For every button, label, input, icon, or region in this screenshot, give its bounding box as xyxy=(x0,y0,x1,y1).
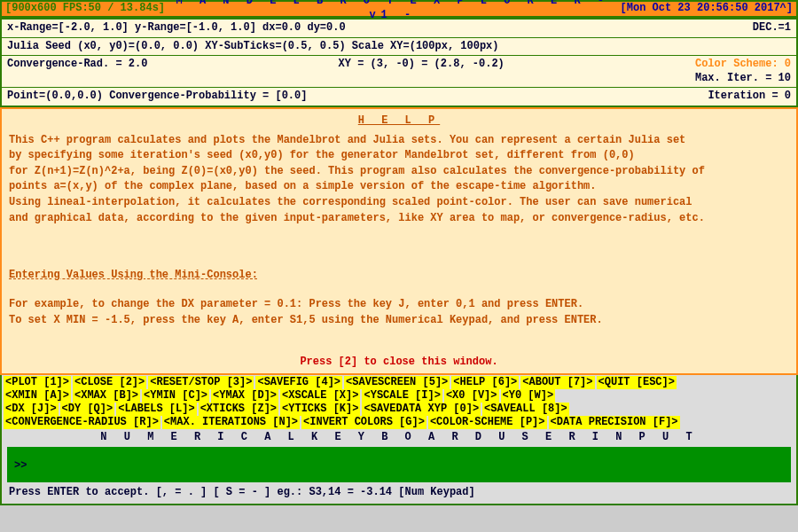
help-text-line: and graphical data, according to the giv… xyxy=(9,212,789,226)
app-title: M A N D E L B R O T E X P L O R E R - v1… xyxy=(165,0,621,23)
iteration-count: Iteration = 0 xyxy=(708,90,791,104)
help-example-1: For example, to change the DX parameter … xyxy=(9,298,789,312)
command-button[interactable]: <QUIT [ESC]> xyxy=(597,376,677,389)
xy-range: x-Range=[-2.0, 1.0] y-Range=[-1.0, 1.0] … xyxy=(7,21,753,35)
datetime: [Mon Oct 23 20:56:50 2017^] xyxy=(621,2,793,16)
command-bar: <PLOT [1]><CLOSE [2]><RESET/STOP [3]><SA… xyxy=(0,375,798,505)
command-button[interactable]: <Y0 [W]> xyxy=(501,389,556,403)
command-button[interactable]: <XMAX [B]> xyxy=(73,389,140,403)
max-iterations: Max. Iter. = 10 xyxy=(695,72,791,84)
command-button[interactable]: <DATA PRECISION [F]> xyxy=(549,416,680,429)
help-text-line: points a=(x,y) of the complex plane, bas… xyxy=(9,180,789,194)
command-button[interactable]: <X0 [V]> xyxy=(444,389,499,403)
mini-console[interactable]: >> xyxy=(7,447,791,482)
decimal-precision: DEC.=1 xyxy=(753,21,791,35)
command-button[interactable]: <XTICKS [Z]> xyxy=(199,403,278,416)
command-button[interactable]: <SAVESCREEN [5]> xyxy=(344,376,450,389)
xy-coords: XY = (3, -0) = (2.8, -0.2) xyxy=(147,58,695,85)
command-button[interactable]: <RESET/STOP [3]> xyxy=(148,376,254,389)
command-button[interactable]: <YMIN [C]> xyxy=(142,389,209,403)
help-example-2: To set X MIN = -1.5, press the key A, en… xyxy=(9,314,789,328)
command-button[interactable]: <YMAX [D]> xyxy=(211,389,278,403)
help-title: H E L P xyxy=(9,114,789,129)
fps-readout: [798x532 FPS:50 / 13.84s] xyxy=(5,2,165,16)
command-button[interactable]: <YSCALE [I]> xyxy=(362,389,442,403)
command-button[interactable]: <LABELS [L]> xyxy=(116,403,196,416)
help-text-line: for Z(n+1)=Z(n)^2+a, being Z(0)=(x0,y0) … xyxy=(9,165,789,179)
command-button[interactable]: <PLOT [1]> xyxy=(4,376,71,389)
numpad-title: N U M E R I C A L K E Y B O A R D U S E … xyxy=(4,429,794,447)
help-subheading: Entering Values Using the Mini-Console: xyxy=(9,269,789,283)
command-button[interactable]: <SAVEDATA XYP [0]> xyxy=(362,403,481,416)
command-button[interactable]: <YTICKS [K]> xyxy=(280,403,360,416)
command-button[interactable]: <XMIN [A]> xyxy=(4,389,71,403)
command-button[interactable]: <CLOSE [2]> xyxy=(73,376,146,389)
point-probability: Point=(0.0,0.0) Convergence-Probability … xyxy=(7,90,708,104)
status-panel: x-Range=[-2.0, 1.0] y-Range=[-1.0, 1.0] … xyxy=(0,18,798,107)
command-button[interactable]: <INVERT COLORS [G]> xyxy=(301,416,426,429)
command-button[interactable]: <ABOUT [7]> xyxy=(520,376,594,389)
help-text-line: This C++ program calculates and plots th… xyxy=(9,134,789,148)
convergence-radius: Convergence-Rad. = 2.0 xyxy=(7,58,147,85)
command-button[interactable]: <CONVERGENCE-RADIUS [R]> xyxy=(4,416,160,429)
help-panel: H E L P This C++ program calculates and … xyxy=(0,107,798,375)
command-button[interactable]: <XSCALE [X]> xyxy=(280,389,360,403)
console-prompt: >> xyxy=(14,459,27,472)
color-scheme: Color Scheme: 0 xyxy=(695,58,791,70)
command-button[interactable]: <DY [Q]> xyxy=(60,403,115,416)
command-button[interactable]: <DX [J]> xyxy=(4,403,59,416)
help-close-hint: Press [2] to close this window. xyxy=(2,356,796,370)
title-bar: [798x532 FPS:50 / 13.84s] M A N D E L B … xyxy=(0,0,798,18)
command-button[interactable]: <SAVEALL [8]> xyxy=(482,403,569,416)
command-button[interactable]: <COLOR-SCHEME [P]> xyxy=(428,416,547,429)
help-text-line: by specifying some iteration's seed (x0,… xyxy=(9,149,789,163)
command-button[interactable]: <SAVEFIG [4]> xyxy=(255,376,342,389)
command-button[interactable]: <HELP [6]> xyxy=(451,376,519,389)
julia-seed: Julia Seed (x0, y0)=(0.0, 0.0) XY-SubTic… xyxy=(7,40,499,54)
command-button[interactable]: <MAX. ITERATIONS [N]> xyxy=(162,416,300,429)
footer-hint: Press ENTER to accept. [, = . ] [ S = - … xyxy=(4,482,794,504)
help-text-line: Using lineal-interpolation, it calculate… xyxy=(9,196,789,210)
